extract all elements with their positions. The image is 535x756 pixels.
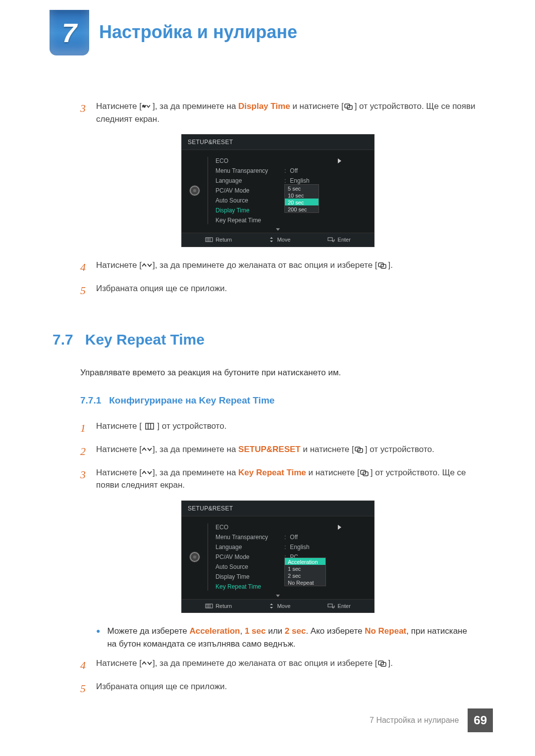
osd-item-label: PC/AV Mode (215, 186, 282, 196)
osd-dropdown-option: No Repeat (285, 579, 325, 586)
osd-item-value (284, 215, 325, 225)
svg-rect-20 (328, 604, 332, 607)
updown-icon (142, 446, 153, 453)
arrow-right-icon (338, 158, 341, 163)
step-number: 1 (80, 420, 96, 436)
osd-item-label: Key Repeat Time (215, 215, 282, 225)
step-3: 3 Натиснете [], за да преминете на Displ… (80, 100, 476, 125)
enter-icon (344, 103, 355, 110)
osd-dropdown: 5 sec10 sec20 sec200 sec (284, 184, 319, 213)
osd-return: Return (205, 236, 232, 244)
chapter-number: 7 (62, 13, 77, 53)
move-icon (268, 603, 274, 609)
gear-icon (190, 552, 200, 562)
osd-header: SETUP&RESET (182, 501, 374, 516)
osd-item-label: Language (215, 176, 282, 186)
subsection-number: 7.7.1 (80, 394, 101, 408)
bullet-note: ● Можете да изберете Acceleration, 1 sec… (96, 625, 476, 650)
osd-enter: Enter (327, 602, 351, 610)
step-number: 5 (80, 282, 96, 299)
osd-item-label: Auto Source (215, 196, 282, 205)
osd-footer: Return Move Enter (182, 233, 374, 247)
page-header: 7 Настройка и нулиране (0, 0, 535, 55)
osd-dropdown-option: 5 sec (285, 185, 319, 192)
osd-item-value: Off (284, 166, 325, 176)
updown-icon (142, 103, 153, 110)
step-number: 4 (80, 259, 96, 275)
step-text: Натиснете [], за да преминете до желанат… (96, 657, 476, 673)
enter-icon (354, 446, 365, 453)
step-number: 2 (80, 443, 96, 459)
step-number: 3 (80, 100, 96, 125)
menu-icon (144, 423, 155, 430)
osd-screenshot-2: SETUP&RESET ECOMenu TransparencyLanguage… (80, 501, 476, 613)
arrow-down-icon (276, 228, 280, 231)
step-771-3: 3 Натиснете [], за да преминете на Key R… (80, 466, 476, 492)
step-number: 5 (80, 680, 96, 697)
osd-item-label: Auto Source (215, 562, 282, 572)
step-text: Натиснете [], за да преминете до желанат… (96, 259, 476, 275)
bullet-icon: ● (96, 625, 100, 650)
step-text: Натиснете [ ] от устройството. (96, 420, 476, 436)
osd-panel: SETUP&RESET ECOMenu TransparencyLanguage… (181, 134, 374, 247)
osd-item-value: English (284, 542, 325, 552)
chapter-badge: 7 (50, 10, 89, 55)
osd-dropdown-option: Acceleration (285, 558, 325, 565)
svg-rect-16 (206, 604, 213, 608)
arrow-down-icon (276, 595, 280, 597)
osd-item-value (284, 156, 325, 166)
gear-icon (190, 186, 200, 196)
osd-enter: Enter (327, 236, 351, 244)
enter-icon (377, 262, 388, 269)
osd-item-label: Language (215, 542, 282, 552)
enter-icon (327, 604, 335, 608)
osd-item-label: Menu Transparency (215, 532, 282, 542)
step-771-5: 5 Избраната опция ще се приложи. (80, 680, 476, 697)
osd-move: Move (268, 236, 290, 244)
osd-return: Return (205, 602, 232, 610)
updown-icon (142, 262, 153, 269)
return-icon (205, 237, 213, 242)
return-icon (205, 604, 213, 608)
section-heading-7-7: 7.7 Key Repeat Time (53, 328, 476, 351)
step-text: Натиснете [], за да преминете на Display… (96, 100, 476, 125)
svg-rect-6 (328, 238, 332, 241)
page-footer: 7 Настройка и нулиране 69 (370, 708, 493, 732)
osd-dropdown-option: 1 sec (285, 565, 325, 572)
step-4: 4 Натиснете [], за да преминете до желан… (80, 259, 476, 275)
subsection-title: Конфигуриране на Key Repeat Time (109, 394, 274, 408)
osd-screenshot-1: SETUP&RESET ECOMenu TransparencyLanguage… (80, 134, 476, 247)
osd-item-label: Display Time (215, 205, 282, 215)
step-771-4: 4 Натиснете [], за да преминете до желан… (80, 657, 476, 673)
arrow-right-icon (338, 525, 341, 530)
step-number: 3 (80, 466, 96, 492)
highlight-key-repeat: Key Repeat Time (238, 468, 306, 477)
subsection-heading-7-7-1: 7.7.1 Конфигуриране на Key Repeat Time (80, 394, 476, 408)
step-771-1: 1 Натиснете [ ] от устройството. (80, 420, 476, 436)
updown-icon (142, 660, 153, 667)
osd-header: SETUP&RESET (182, 135, 374, 150)
enter-icon (377, 660, 388, 667)
osd-item-label: PC/AV Mode (215, 552, 282, 562)
osd-dropdown-option: 200 sec (285, 205, 319, 212)
enter-icon (327, 237, 335, 242)
step-5: 5 Избраната опция ще се приложи. (80, 282, 476, 299)
highlight-setup-reset: SETUP&RESET (238, 445, 301, 454)
osd-dropdown-option: 10 sec (285, 192, 319, 199)
osd-item-label: ECO (215, 522, 282, 532)
svg-rect-2 (206, 238, 213, 242)
svg-rect-9 (146, 423, 154, 429)
osd-dropdown-option: 2 sec (285, 572, 325, 579)
osd-panel: SETUP&RESET ECOMenu TransparencyLanguage… (181, 501, 374, 613)
step-771-2: 2 Натиснете [], за да преминете на SETUP… (80, 443, 476, 459)
chapter-title: Настройка и нулиране (99, 19, 297, 46)
osd-item-label: Display Time (215, 572, 282, 582)
footer-page-number: 69 (468, 708, 493, 732)
enter-icon (360, 469, 371, 476)
highlight-display-time: Display Time (238, 101, 290, 111)
section-title: Key Repeat Time (85, 328, 205, 351)
step-text: Избраната опция ще се приложи. (96, 680, 476, 697)
osd-move: Move (268, 602, 290, 610)
step-text: Натиснете [], за да преминете на SETUP&R… (96, 443, 476, 459)
content: 3 Натиснете [], за да преминете на Displ… (80, 100, 476, 697)
